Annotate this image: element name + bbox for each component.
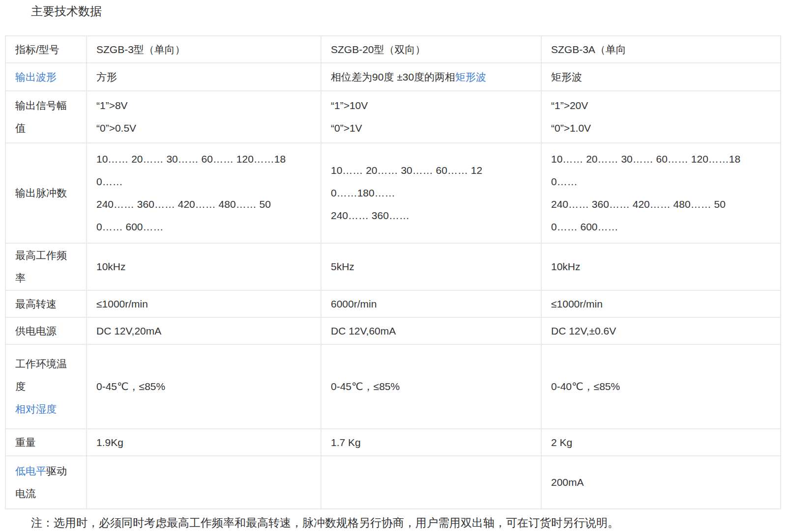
col-header-szgb3a: SZGB-3A（单向	[541, 36, 781, 63]
waveform-phase-text: 相位差为90度 ±30度的两相	[331, 71, 455, 83]
cell-amplitude-szgb20: “1”>10V “0”>1V	[321, 91, 541, 143]
row-drive-current: 低电平驱动 电流 200mA	[5, 456, 781, 509]
cell-speed-szgb3: ≤1000r/min	[87, 290, 321, 317]
cell-waveform-szgb3: 方形	[87, 63, 321, 91]
row-amplitude: 输出信号幅 值 “1”>8V “0”>0.5V “1”>10V “0”>1V “…	[5, 91, 781, 143]
row-label-pulse-count: 输出脉冲数	[5, 143, 87, 243]
cell-pulse-szgb3a: 10…… 20…… 30…… 60…… 120……18 0…… 240…… 36…	[541, 143, 781, 243]
low-level-link[interactable]: 低电平	[15, 465, 46, 476]
row-power-supply: 供电电源 DC 12V,20mA DC 12V,60mA DC 12V,±0.6…	[5, 317, 781, 344]
cell-speed-szgb3a: ≤1000r/min	[541, 290, 781, 317]
row-environment: 工作环境温 度 相对湿度 0-45℃，≤85% 0-45℃，≤85% 0-40℃…	[5, 344, 781, 429]
output-waveform-link[interactable]: 输出波形	[15, 71, 57, 83]
row-label-output-waveform: 输出波形	[5, 63, 87, 91]
row-pulse-count: 输出脉冲数 10…… 20…… 30…… 60…… 120……18 0…… 24…	[5, 143, 781, 243]
cell-weight-szgb3: 1.9Kg	[87, 429, 321, 456]
cell-drive-current-szgb20	[321, 456, 541, 509]
header-row: 指标/型号 SZGB-3型（单向） SZGB-20型（双向） SZGB-3A（单…	[5, 36, 781, 63]
cell-pulse-szgb20: 10…… 20…… 30…… 60…… 12 0……180…… 240…… 36…	[321, 143, 541, 243]
row-label-amplitude: 输出信号幅 值	[5, 91, 87, 143]
cell-power-szgb3a: DC 12V,±0.6V	[541, 317, 781, 344]
cell-power-szgb3: DC 12V,20mA	[87, 317, 321, 344]
row-weight: 重量 1.9Kg 1.7 Kg 2 Kg	[5, 429, 781, 456]
cell-frequency-szgb3a: 10kHz	[541, 243, 781, 290]
footnote: 注：选用时，必须同时考虑最高工作频率和最高转速，脉冲数规格另行协商，用户需用双出…	[31, 514, 789, 532]
cell-drive-current-szgb3a: 200mA	[541, 456, 781, 509]
col-header-szgb20: SZGB-20型（双向）	[321, 36, 541, 63]
cell-pulse-szgb3: 10…… 20…… 30…… 60…… 120……18 0…… 240…… 36…	[87, 143, 321, 243]
cell-frequency-szgb20: 5kHz	[321, 243, 541, 290]
environment-temp-label: 工作环境温 度	[15, 353, 77, 398]
col-header-szgb3: SZGB-3型（单向）	[87, 36, 321, 63]
row-label-max-speed: 最高转速	[5, 290, 87, 317]
cell-speed-szgb20: 6000r/min	[321, 290, 541, 317]
cell-weight-szgb20: 1.7 Kg	[321, 429, 541, 456]
cell-environment-szgb3a: 0-40℃，≤85%	[541, 344, 781, 429]
spec-table: 指标/型号 SZGB-3型（单向） SZGB-20型（双向） SZGB-3A（单…	[5, 35, 781, 509]
cell-waveform-szgb3a: 矩形波	[541, 63, 781, 91]
row-label-max-frequency: 最高工作频 率	[5, 243, 87, 290]
page-title: 主要技术数据	[31, 3, 789, 20]
row-label-environment: 工作环境温 度 相对湿度	[5, 344, 87, 429]
rect-wave-link[interactable]: 矩形波	[455, 71, 486, 83]
row-waveform: 输出波形 方形 相位差为90度 ±30度的两相矩形波 矩形波	[5, 63, 781, 91]
row-max-frequency: 最高工作频 率 10kHz 5kHz 10kHz	[5, 243, 781, 290]
cell-drive-current-szgb3	[87, 456, 321, 509]
cell-amplitude-szgb3: “1”>8V “0”>0.5V	[87, 91, 321, 143]
col-header-indicator: 指标/型号	[5, 36, 87, 63]
cell-environment-szgb20: 0-45℃，≤85%	[321, 344, 541, 429]
row-label-weight: 重量	[5, 429, 87, 456]
cell-amplitude-szgb3a: “1”>20V “0”>1.0V	[541, 91, 781, 143]
humidity-link[interactable]: 相对湿度	[15, 403, 57, 415]
row-label-power-supply: 供电电源	[5, 317, 87, 344]
cell-environment-szgb3: 0-45℃，≤85%	[87, 344, 321, 429]
cell-weight-szgb3a: 2 Kg	[541, 429, 781, 456]
row-label-drive-current: 低电平驱动 电流	[5, 456, 87, 509]
cell-waveform-szgb20: 相位差为90度 ±30度的两相矩形波	[321, 63, 541, 91]
cell-power-szgb20: DC 12V,60mA	[321, 317, 541, 344]
cell-frequency-szgb3: 10kHz	[87, 243, 321, 290]
row-max-speed: 最高转速 ≤1000r/min 6000r/min ≤1000r/min	[5, 290, 781, 317]
